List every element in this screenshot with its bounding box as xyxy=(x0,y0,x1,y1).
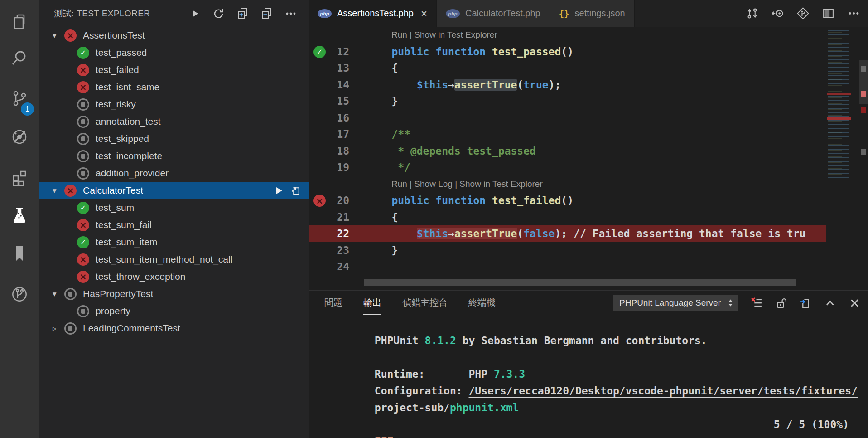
test-label: test_risky xyxy=(96,99,136,110)
maximize-panel-icon[interactable] xyxy=(824,297,836,309)
panel-tab-output[interactable]: 輸出 xyxy=(363,291,381,315)
test-explorer-icon[interactable] xyxy=(0,200,39,232)
gitlens-icon[interactable] xyxy=(0,278,39,310)
output-channel-select[interactable]: PHPUnit Language Server xyxy=(613,295,738,311)
test-tree-item[interactable]: test_risky xyxy=(39,96,309,113)
twisty-icon[interactable]: ▾ xyxy=(53,186,64,195)
test-tree-item[interactable]: property xyxy=(39,302,309,320)
code-line[interactable]: 18 * @depends test_passed xyxy=(309,143,826,160)
test-tree-item[interactable]: ▾ × CalculatorTest xyxy=(39,182,309,199)
line-number: 21 xyxy=(326,209,349,226)
toggle-preview-icon[interactable] xyxy=(772,7,784,19)
code-editor[interactable]: Run | Show in Test Explorer ✓ 12 public … xyxy=(309,27,868,290)
twisty-icon[interactable]: ▾ xyxy=(53,289,64,298)
test-tree-item[interactable]: annotation_test xyxy=(39,113,309,130)
unlock-icon[interactable] xyxy=(775,297,787,309)
test-tree-item[interactable]: test_incomplete xyxy=(39,147,309,165)
test-tree-item[interactable]: ▾ HasPropertyTest xyxy=(39,285,309,302)
horizontal-scrollbar[interactable] xyxy=(364,279,796,286)
codelens-commands[interactable]: Run | Show in Test Explorer xyxy=(391,27,497,44)
close-tab-icon[interactable]: × xyxy=(421,8,427,19)
twisty-icon[interactable]: ▹ xyxy=(53,324,64,333)
code-lines: Run | Show in Test Explorer ✓ 12 public … xyxy=(309,27,868,275)
explorer-icon[interactable] xyxy=(0,6,39,38)
panel-tab-terminal[interactable]: 終端機 xyxy=(468,291,496,315)
test-label: test_sum xyxy=(96,202,134,213)
code-line[interactable]: 22 $this→assertTrue(false); // Failed as… xyxy=(309,225,826,242)
test-tree-item[interactable]: ✓ test_sum_item xyxy=(39,234,309,251)
code-text: } xyxy=(366,242,398,259)
code-line[interactable]: 17 /** xyxy=(309,126,826,143)
test-tree-item[interactable]: × test_isnt_same xyxy=(39,78,309,96)
gitlens-diamond-icon[interactable] xyxy=(797,7,809,19)
code-line[interactable]: 14 $this→assertTrue(true); xyxy=(309,77,826,93)
debug-disabled-icon[interactable] xyxy=(0,121,39,153)
code-line[interactable]: ✓ 12 public function test_passed() xyxy=(309,44,826,60)
twisty-icon[interactable]: ▾ xyxy=(53,31,64,40)
php-file-icon: php xyxy=(446,9,460,18)
open-changes-icon[interactable] xyxy=(746,7,758,19)
minimap-code xyxy=(828,30,854,180)
more-actions-icon[interactable] xyxy=(285,7,297,19)
refresh-tests-icon[interactable] xyxy=(212,7,225,19)
bookmarks-icon[interactable] xyxy=(0,238,39,269)
test-tree-item[interactable]: × test_sum_item_method_not_call xyxy=(39,251,309,268)
codelens-line: Run | Show Log | Show in Test Explorer xyxy=(309,176,826,193)
test-tree-item[interactable]: × test_failed xyxy=(39,61,309,78)
test-tree-item[interactable]: ✓ test_passed xyxy=(39,44,309,61)
test-tree-item[interactable]: addition_provider xyxy=(39,165,309,182)
code-line[interactable]: 23 } xyxy=(309,242,826,259)
open-log-file-icon[interactable] xyxy=(800,297,812,309)
collapse-all-icon[interactable] xyxy=(260,7,273,19)
output-line: Configuration: /Users/recca0120/Desktop/… xyxy=(324,366,868,383)
clear-output-icon[interactable] xyxy=(751,297,763,309)
line-number: 18 xyxy=(326,143,349,160)
code-line[interactable]: 16 xyxy=(309,110,826,127)
test-progress-count: 5 / 5 (100%) xyxy=(774,416,849,433)
tab-calculatortest[interactable]: php CalculatorTest.php xyxy=(437,0,550,27)
more-actions-icon[interactable] xyxy=(848,7,860,19)
search-icon[interactable] xyxy=(0,42,39,74)
code-line[interactable]: 13 { xyxy=(309,60,826,77)
panel-header: 問題 輸出 偵錯主控台 終端機 PHPUnit Language Server xyxy=(309,291,868,315)
split-editor-icon[interactable] xyxy=(822,7,834,19)
code-text: } xyxy=(366,93,398,110)
test-tree-item[interactable]: test_skipped xyxy=(39,130,309,147)
line-number: 23 xyxy=(326,242,349,259)
tab-assertionstest[interactable]: php AssertionsTest.php × xyxy=(309,0,437,27)
line-number: 13 xyxy=(326,60,349,77)
code-line[interactable]: 24 xyxy=(309,258,826,275)
extensions-icon[interactable] xyxy=(0,161,39,193)
tab-label: settings.json xyxy=(575,8,625,19)
goto-test-icon[interactable] xyxy=(291,185,301,196)
run-test-icon[interactable] xyxy=(273,185,284,196)
test-tree-item[interactable]: × test_sum_fail xyxy=(39,216,309,234)
tab-settings-json[interactable]: {} settings.json xyxy=(550,0,635,27)
output-line: project-sub/phpunit.xml xyxy=(324,383,868,399)
run-all-tests-icon[interactable] xyxy=(188,7,201,19)
panel-tab-debug-console[interactable]: 偵錯主控台 xyxy=(402,291,448,315)
panel-tab-problems[interactable]: 問題 xyxy=(324,291,342,315)
test-tree-item[interactable]: × test_throw_exception xyxy=(39,268,309,285)
sidebar-title: 測試: TEST EXPLORER xyxy=(54,8,188,19)
activity-bar: 1 xyxy=(0,0,39,438)
minimap[interactable] xyxy=(826,27,859,290)
code-text: $this→assertTrue(false); // Failed asser… xyxy=(366,225,805,242)
test-tree-item[interactable]: ✓ test_sum xyxy=(39,199,309,216)
tree-row-actions xyxy=(273,182,301,199)
json-file-icon: {} xyxy=(559,9,569,19)
test-status-icon xyxy=(77,167,89,180)
code-line[interactable]: 21 { xyxy=(309,209,826,226)
code-line[interactable]: × 20 public function test_failed() xyxy=(309,192,826,209)
test-status-icon: × xyxy=(64,185,77,197)
codelens-commands[interactable]: Run | Show Log | Show in Test Explorer xyxy=(391,176,543,193)
test-tree-item[interactable]: ▹ LeadingCommentsTest xyxy=(39,320,309,337)
test-label: HasPropertyTest xyxy=(83,288,153,299)
test-tree-item[interactable]: ▾ × AssertionsTest xyxy=(39,27,309,44)
code-text: /** xyxy=(366,126,410,143)
code-line[interactable]: 19 */ xyxy=(309,159,826,176)
source-control-icon[interactable]: 1 xyxy=(0,83,39,114)
close-panel-icon[interactable] xyxy=(849,297,861,309)
expand-all-icon[interactable] xyxy=(236,7,249,19)
code-line[interactable]: 15 } xyxy=(309,93,826,110)
